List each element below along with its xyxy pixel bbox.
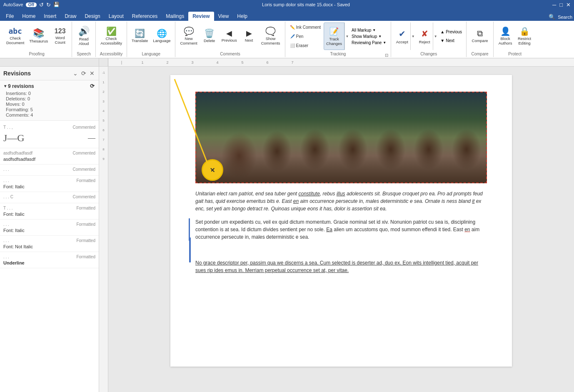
redo-icon[interactable]: ↻ <box>46 2 51 8</box>
accept-button[interactable]: ✔ Accept <box>394 22 410 50</box>
doc-image <box>195 92 487 183</box>
eraser-label: Eraser <box>296 43 308 48</box>
revisions-expand-icon[interactable]: ▾ <box>4 84 6 88</box>
tab-design[interactable]: Design <box>80 12 104 21</box>
revision-item-header: . . . C Commented <box>3 195 95 199</box>
previous-comment-label: Previous <box>222 38 237 42</box>
list-item[interactable]: T . . . Formatted Font: Italic <box>0 203 99 220</box>
previous-change-icon: ▲ <box>440 30 444 34</box>
undo-icon[interactable]: ↺ <box>39 2 44 8</box>
vruler-2: 2 <box>102 90 104 94</box>
proofing-items: abc CheckDocument 📚 Thesaurus 123 WordCo… <box>4 22 69 50</box>
word-count-label: WordCount <box>55 35 65 45</box>
tab-home[interactable]: Home <box>18 12 40 21</box>
language-icon: 🌐 <box>157 29 167 37</box>
list-item[interactable]: . . . Formatted Font: Italic <box>0 176 99 192</box>
underline-word-ea: Ea <box>326 227 332 232</box>
revisions-chevron-icon[interactable]: ⌄ <box>72 69 79 77</box>
tab-review[interactable]: Review <box>188 12 214 21</box>
ribbon-group-accessibility: ✅ CheckAccessibility Accessibility <box>96 22 127 57</box>
annotation-x-button[interactable]: × <box>202 159 223 181</box>
read-aloud-button[interactable]: 🔊 ReadAloud <box>75 22 93 50</box>
accept-dropdown[interactable]: ▼ <box>410 22 415 50</box>
track-changes-dropdown[interactable]: ▼ <box>344 22 349 50</box>
ink-comment-button[interactable]: ✏️ Ink Comment <box>288 23 323 31</box>
restrict-editing-button[interactable]: 🔒 RestrictEditing <box>515 22 534 50</box>
search-label[interactable]: Search <box>558 15 572 20</box>
no-underline-ides: ides <box>214 267 223 273</box>
tab-view[interactable]: View <box>214 12 233 21</box>
check-document-label: CheckDocument <box>6 36 24 45</box>
list-item[interactable]: . . . C Commented <box>0 192 99 203</box>
block-authors-button[interactable]: 👤 BlockAuthors <box>496 22 514 50</box>
vruler-7: 7 <box>102 138 104 142</box>
revisions-summary: ▾ 9 revisions ⟳ Insertions: 0 Deletions:… <box>0 80 99 121</box>
all-markup-button[interactable]: All Markup ▼ <box>350 27 387 33</box>
next-comment-button[interactable]: ▶ Next <box>240 22 258 50</box>
revisions-refresh-btn[interactable]: ⟳ <box>90 83 95 89</box>
revision-user: . . . <box>3 222 9 227</box>
paragraph-accent-bar <box>189 218 190 241</box>
tab-help[interactable]: Help <box>233 12 252 21</box>
read-aloud-label: ReadAloud <box>79 37 89 46</box>
list-item[interactable]: . . . Formatted Font: Italic <box>0 220 99 236</box>
tab-references[interactable]: References <box>128 12 162 21</box>
tab-mailings[interactable]: Mailings <box>162 12 188 21</box>
previous-change-button[interactable]: ▲ Previous <box>439 28 464 36</box>
check-accessibility-button[interactable]: ✅ CheckAccessibility <box>98 22 124 50</box>
save-icon[interactable]: 💾 <box>53 2 60 7</box>
list-item[interactable]: . . . Commented <box>0 165 99 176</box>
revisions-list: T . . , Commented J—G — asdfsdfsadfasdf … <box>0 121 99 392</box>
eraser-button[interactable]: ⬜ Eraser <box>288 41 323 50</box>
eraser-icon: ⬜ <box>290 43 295 48</box>
reject-button[interactable]: ✘ Reject <box>416 22 433 50</box>
ribbon: abc CheckDocument 📚 Thesaurus 123 WordCo… <box>0 21 574 58</box>
revision-item-header: . . . Formatted <box>3 178 95 183</box>
revision-type: Formatted <box>76 222 95 227</box>
revision-user: T . . . <box>3 206 13 210</box>
tab-insert[interactable]: Insert <box>40 12 60 21</box>
reject-label: Reject <box>419 40 430 44</box>
translate-label: Translate <box>132 38 148 43</box>
check-document-button[interactable]: abc CheckDocument <box>4 22 26 50</box>
track-changes-button[interactable]: 📝 TrackChanges <box>324 22 344 50</box>
revision-detail: Font: Italic <box>3 228 95 233</box>
autosave-toggle[interactable]: Off <box>26 2 37 7</box>
comments-group-label: Comments <box>178 51 282 56</box>
list-item[interactable]: asdfsdfsadfasdf Commented asdfsdfsadfasd… <box>0 148 99 165</box>
compare-button[interactable]: ⧉ Compare <box>469 22 491 50</box>
ribbon-tabs: File Home Insert Draw Design Layout Refe… <box>0 9 574 21</box>
reject-dropdown[interactable]: ▼ <box>433 22 438 50</box>
thesaurus-button[interactable]: 📚 Thesaurus <box>27 22 50 50</box>
new-comment-button[interactable]: 💬 NewComment <box>178 22 199 50</box>
track-changes-area: 📝 TrackChanges ▼ <box>324 22 349 50</box>
translate-button[interactable]: 🔄 Translate <box>130 22 150 50</box>
revisions-panel: Revisions ⌄ ⟳ ✕ ▾ 9 revisions ⟳ Insertio… <box>0 67 99 392</box>
maximize-icon[interactable]: □ <box>559 2 563 8</box>
show-comments-button[interactable]: 🗨️ ShowComments <box>259 22 282 50</box>
tab-draw[interactable]: Draw <box>60 12 80 21</box>
tracking-expand-icon[interactable]: ⊡ <box>385 53 388 57</box>
tab-layout[interactable]: Layout <box>105 12 128 21</box>
delete-comment-button[interactable]: 🗑️ Delete <box>200 22 219 50</box>
underline-word-en: en <box>293 198 299 204</box>
list-item[interactable]: . . . Formatted Font: Not Italic <box>0 236 99 252</box>
revisions-refresh-icon[interactable]: ⟳ <box>80 69 87 77</box>
word-count-button[interactable]: 123 WordCount <box>51 22 69 50</box>
language-items: 🔄 Translate 🌐 Language <box>130 22 173 50</box>
minimize-icon[interactable]: ─ <box>552 2 556 8</box>
accept-label: Accept <box>396 40 408 44</box>
word-count-icon: 123 <box>55 28 66 35</box>
show-markup-button[interactable]: Show Markup ▼ <box>350 34 387 39</box>
revisions-close-icon[interactable]: ✕ <box>89 69 95 77</box>
title-bar-title: Loris sump dolor sits mate 15.docx - Sav… <box>262 2 350 7</box>
close-icon[interactable]: ✕ <box>566 2 571 8</box>
pen-button[interactable]: 🖊️ Pen <box>288 32 323 40</box>
list-item[interactable]: T . . , Commented J—G — <box>0 122 99 148</box>
previous-comment-button[interactable]: ◀ Previous <box>220 22 239 50</box>
list-item[interactable]: . . . Formatted Underline <box>0 252 99 268</box>
tab-file[interactable]: File <box>2 12 18 21</box>
language-button[interactable]: 🌐 Language <box>151 22 172 50</box>
next-change-button[interactable]: ▼ Next <box>439 37 464 45</box>
reviewing-pane-button[interactable]: Reviewing Pane ▼ <box>350 40 387 45</box>
